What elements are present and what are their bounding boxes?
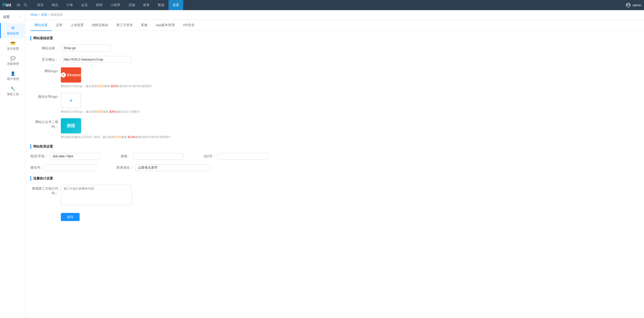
sidebar-title: 设置 — [3, 15, 10, 19]
nav-marketing[interactable]: 营销 — [92, 0, 106, 10]
form-row-stats-code: 商城第三方统计代码： — [30, 185, 639, 206]
contact-email-col: 邮箱： — [121, 153, 183, 160]
shopee-text: Shopee — [67, 73, 81, 77]
app-logo: P int — [3, 3, 11, 8]
pingtuan-text: 拼团 — [67, 123, 75, 129]
settings-content: 网站基础设置 网站名称： 官方网址： 网站logo: — [25, 31, 644, 318]
address-input[interactable] — [135, 164, 211, 171]
sidebar-header: 设置 — [0, 13, 25, 22]
qrcode-hint: 网站绑定的微信公众号的二维码，建议使用宽100像素·高100像素内的GIF或PN… — [61, 135, 193, 139]
logo-name: int — [6, 3, 11, 8]
breadcrumb-sep1: > — [38, 13, 41, 16]
nav-order[interactable]: 订单 — [62, 0, 77, 10]
nav-miniapp[interactable]: 小程序 — [106, 0, 124, 10]
breadcrumb-sep2: > — [48, 13, 50, 16]
contact-qq-col: QQ号： — [204, 153, 268, 160]
logo-upload-shopee[interactable]: S Shopee — [61, 67, 81, 83]
sidebar-label-payment: 支付设置 — [7, 47, 19, 51]
logo-control: S Shopee 网站的长方形logo，建议使用宽280像素·高50像素内的GI… — [61, 67, 193, 88]
stats-code-textarea[interactable] — [61, 185, 132, 205]
sidebar-item-system-tools[interactable]: 🔧 系统工具 — [0, 84, 25, 99]
sidebar-item-message-management[interactable]: 💬 消息管理 — [0, 53, 25, 69]
site-name-control — [61, 45, 193, 51]
user-avatar-icon — [625, 2, 631, 8]
phone-input[interactable] — [50, 153, 101, 160]
form-row-official-url: 官方网址： — [30, 56, 639, 63]
wechat-logo-label: 微信分享logo: — [30, 93, 61, 99]
tools-icon: 🔧 — [10, 86, 15, 91]
tab-website-settings[interactable]: 网站设置 — [30, 20, 52, 31]
tab-app-version[interactable]: App版本管理 — [152, 20, 179, 31]
wechat-logo-hint: 网站的正方形logo，建议使用宽80像素·高80像素内的正方形图片 — [61, 110, 193, 114]
logo-hint-height: 高50 — [111, 85, 116, 88]
save-button[interactable]: 保存 — [61, 213, 80, 221]
contact-phone-col: 电话/手机： — [30, 153, 101, 160]
logo-label: 网站logo: — [30, 67, 61, 73]
nav-store[interactable]: 店铺 — [124, 0, 139, 10]
qrcode-upload[interactable]: 拼团 — [61, 118, 81, 133]
tab-operations[interactable]: 运营 — [52, 20, 66, 31]
tab-upload-settings[interactable]: 上传设置 — [66, 20, 88, 31]
tab-pseudo-static[interactable]: 伪静态路由 — [88, 20, 112, 31]
sidebar-label-basic: 基础设置 — [7, 31, 19, 36]
email-input[interactable] — [133, 153, 183, 160]
official-url-control — [61, 56, 193, 63]
sidebar-item-payment-settings[interactable]: 💳 支付设置 — [0, 38, 25, 53]
contact-row-1: 电话/手机： 邮箱： QQ号： — [30, 153, 639, 160]
wechat-logo-upload[interactable]: + — [61, 93, 81, 108]
site-name-input[interactable] — [61, 45, 112, 51]
sidebar-item-basic-settings[interactable]: ⚙ 基础设置 — [0, 23, 25, 38]
official-url-input[interactable] — [61, 56, 132, 63]
wechat-input[interactable] — [46, 164, 96, 171]
nav-icons — [16, 3, 28, 7]
sidebar: 设置 ⚙ 基础设置 💳 支付设置 💬 消息管理 👤 用户管理 🔧 系统工具 — [0, 10, 25, 318]
section-title-basic: 网站基础设置 — [30, 36, 639, 41]
top-navbar: P int 首页 商品 订单 会员 营销 小程序 店铺 财务 数据 设置 adm… — [0, 0, 644, 10]
username: admin — [633, 3, 641, 7]
section-title-contact: 网站联系设置 — [30, 144, 639, 149]
menu-icon[interactable] — [16, 3, 21, 7]
logo-hint-width: 宽280 — [97, 85, 104, 88]
nav-home[interactable]: 首页 — [33, 0, 48, 10]
sidebar-label-user: 用户管理 — [7, 77, 19, 81]
logo-hint: 网站的长方形logo，建议使用宽280像素·高50像素内的GIF或PNG透明图片 — [61, 84, 193, 88]
official-url-label: 官方网址： — [30, 56, 61, 62]
breadcrumb-current: 基础设置 — [50, 13, 63, 16]
tab-customer-service[interactable]: 客服 — [137, 20, 152, 31]
logo-p: P — [3, 3, 6, 8]
sidebar-item-user-management[interactable]: 👤 用户管理 — [0, 69, 25, 84]
qrcode-hint-height: 高100 — [127, 135, 135, 138]
address-label: 联系地址： — [117, 165, 133, 170]
search-icon[interactable] — [23, 3, 28, 7]
phone-label: 电话/手机： — [30, 154, 48, 158]
nav-settings[interactable]: 设置 — [169, 0, 183, 10]
qq-label: QQ号： — [204, 154, 215, 158]
sidebar-collapse-icon[interactable] — [19, 15, 22, 18]
qrcode-control: 拼团 网站绑定的微信公众号的二维码，建议使用宽100像素·高100像素内的GIF… — [61, 118, 193, 139]
qrcode-hint-width: 宽100 — [114, 135, 121, 138]
user-icon: 👤 — [10, 71, 15, 76]
wechat-label: 微信号： — [30, 165, 44, 170]
nav-member[interactable]: 会员 — [77, 0, 92, 10]
form-row-qrcode: 网站公众号二维码： 拼团 网站绑定的微信公众号的二维码，建议使用宽100像素·高… — [30, 118, 639, 139]
message-icon: 💬 — [10, 56, 15, 61]
tab-bar: 网站设置 运营 上传设置 伪静态路由 第三方登录 客服 App版本管理 API安… — [25, 20, 644, 31]
form-row-site-name: 网站名称： — [30, 45, 639, 51]
nav-data[interactable]: 数据 — [154, 0, 169, 10]
nav-goods[interactable]: 商品 — [48, 0, 62, 10]
breadcrumb-shop[interactable]: Shop — [30, 13, 38, 16]
breadcrumb-settings[interactable]: 设置 — [41, 13, 47, 16]
plus-icon: + — [69, 97, 73, 104]
qrcode-label: 网站公众号二维码： — [30, 118, 61, 129]
email-label: 邮箱： — [121, 154, 131, 158]
main-content: Shop > 设置 > 基础设置 网站设置 运营 上传设置 伪静态路由 第三方登… — [25, 10, 644, 318]
stats-code-control — [61, 185, 132, 206]
nav-menu: 首页 商品 订单 会员 营销 小程序 店铺 财务 数据 设置 — [33, 0, 625, 10]
contact-wechat-col: 微信号： — [30, 164, 96, 171]
qq-input[interactable] — [217, 153, 268, 160]
form-actions: 保存 — [30, 210, 639, 221]
tab-third-party-login[interactable]: 第三方登录 — [112, 20, 137, 31]
nav-finance[interactable]: 财务 — [139, 0, 154, 10]
tab-api-security[interactable]: API安全 — [179, 20, 199, 31]
wechat-hint-height: 高80 — [109, 110, 115, 113]
